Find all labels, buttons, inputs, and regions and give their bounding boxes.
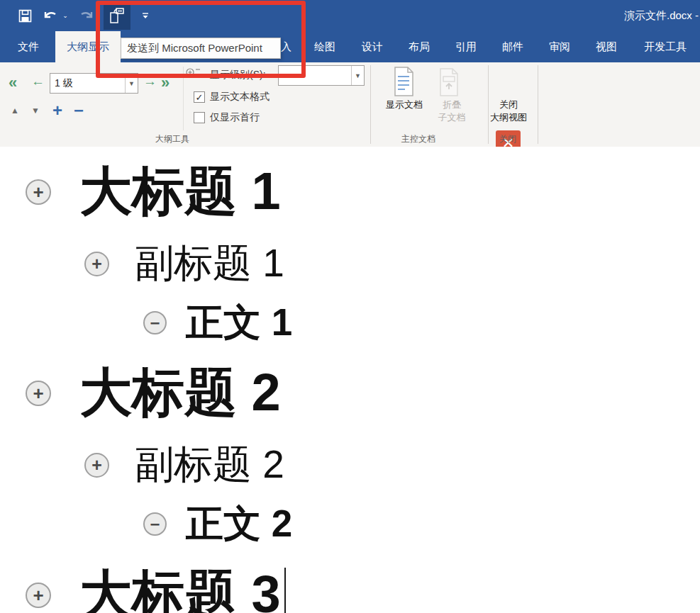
outline-text[interactable]: 大标题 2 — [79, 358, 281, 429]
master-document-group-label: 主控文档 — [401, 133, 435, 145]
document-outline-canvas[interactable]: +大标题 1+副标题 1−正文 1+大标题 2+副标题 2−正文 2+大标题 3 — [0, 147, 700, 613]
close-outline-label-line1: 关闭 — [499, 99, 518, 111]
redo-icon[interactable] — [77, 0, 96, 31]
undo-dropdown-icon[interactable]: ⌄ — [61, 0, 70, 31]
group-divider — [370, 65, 371, 144]
tab-引用[interactable]: 引用 — [455, 31, 477, 62]
outline-text[interactable]: 大标题 1 — [79, 157, 281, 227]
collapse-subdocuments-label-line1: 折叠 — [443, 99, 461, 111]
show-first-line-only-checkbox[interactable] — [194, 112, 205, 123]
outline-text[interactable]: 正文 2 — [186, 499, 292, 550]
tab-视图[interactable]: 视图 — [596, 31, 617, 62]
collapse-subdocuments-button[interactable] — [438, 68, 460, 99]
show-level-dropdown[interactable]: ▼ — [278, 65, 365, 86]
outline-item: −正文 2 — [143, 500, 292, 549]
outline-text[interactable]: 大标题 3 — [79, 560, 281, 613]
outline-text[interactable]: 副标题 1 — [135, 237, 284, 290]
tab-绘图[interactable]: 绘图 — [314, 31, 335, 62]
outline-item: +大标题 2 — [26, 359, 281, 427]
ribbon-tab-row: 文件大纲显示入绘图设计布局引用邮件审阅视图开发工具 — [0, 31, 700, 62]
outline-item: +副标题 2 — [84, 439, 284, 490]
tab-文件[interactable]: 文件 — [18, 31, 39, 62]
outline-level-value: 1 级 — [50, 77, 125, 90]
customize-quick-access-toolbar-icon[interactable] — [139, 0, 152, 31]
outline-item: +大标题 3 — [26, 561, 286, 613]
show-text-formatting-checkbox[interactable]: ✓ — [194, 91, 205, 103]
show-text-formatting-checkbox-row: ✓ 显示文本格式 — [194, 91, 270, 103]
word-window: ⌄ 演示文件.docx - 文件大纲显示入绘图设计布局引用邮件审阅视图开发工具 … — [0, 0, 700, 613]
demote-to-body-button[interactable]: » — [161, 74, 170, 92]
show-document-button[interactable] — [392, 67, 415, 99]
outline-level-dropdown[interactable]: 1 级 ▼ — [50, 73, 138, 94]
send-to-powerpoint-tooltip: 发送到 Microsoft PowerPoint — [121, 38, 281, 59]
move-up-button[interactable]: ▲ — [11, 106, 19, 116]
promote-to-heading1-button[interactable]: « — [9, 74, 17, 92]
window-title: 演示文件.docx - — [624, 0, 699, 31]
save-icon[interactable] — [16, 0, 33, 31]
tab-邮件[interactable]: 邮件 — [502, 31, 523, 62]
outline-text[interactable]: 正文 1 — [186, 298, 292, 349]
show-text-formatting-label: 显示文本格式 — [210, 91, 270, 103]
collapse-minus-icon[interactable]: − — [143, 311, 167, 334]
tab-设计[interactable]: 设计 — [362, 31, 383, 62]
collapse-minus-icon[interactable]: − — [143, 512, 167, 536]
undo-icon[interactable] — [41, 0, 61, 31]
title-bar: ⌄ 演示文件.docx - — [0, 0, 700, 31]
promote-button[interactable]: ← — [31, 74, 45, 89]
outline-text[interactable]: 副标题 2 — [135, 439, 284, 491]
ribbon: « ← 1 级 ▼ → » ▲ ▼ + − 显示级别(S): ▼ ✓ 显示文本格… — [0, 62, 700, 147]
send-to-powerpoint-icon — [109, 7, 126, 26]
tab-入[interactable]: 入 — [281, 31, 291, 62]
show-level-label: 显示级别(S): — [210, 69, 266, 81]
chevron-down-icon[interactable]: ▼ — [351, 66, 364, 85]
close-group-label: 关闭 — [499, 133, 516, 145]
tab-布局[interactable]: 布局 — [409, 31, 430, 62]
show-document-icon — [392, 67, 415, 96]
collapse-button[interactable]: − — [74, 102, 84, 119]
tab-审阅[interactable]: 审阅 — [549, 31, 570, 62]
outline-item: −正文 1 — [143, 298, 292, 347]
group-divider — [488, 65, 489, 144]
close-outline-label-line2: 大纲视图 — [490, 111, 527, 124]
send-to-powerpoint-button[interactable] — [104, 2, 130, 30]
tab-开发工具[interactable]: 开发工具 — [644, 31, 687, 62]
tab-大纲显示[interactable]: 大纲显示 — [55, 31, 121, 62]
show-level-icon — [186, 67, 201, 79]
chevron-down-icon[interactable]: ▼ — [125, 74, 138, 93]
subgroup-divider — [183, 67, 184, 130]
demote-button[interactable]: → — [143, 74, 157, 89]
expand-plus-icon[interactable]: + — [84, 252, 109, 276]
collapse-subdocuments-label-line2: 子文档 — [438, 111, 466, 124]
expand-plus-icon[interactable]: + — [26, 583, 51, 608]
group-divider — [538, 65, 538, 144]
show-first-line-only-checkbox-row: 仅显示首行 — [194, 111, 260, 124]
outline-tools-group-label: 大纲工具 — [155, 133, 189, 145]
expand-plus-icon[interactable]: + — [26, 381, 51, 406]
outline-item: +副标题 1 — [84, 238, 284, 289]
move-down-button[interactable]: ▼ — [31, 106, 40, 116]
expand-plus-icon[interactable]: + — [84, 453, 109, 478]
show-document-label: 显示文档 — [386, 99, 423, 111]
show-first-line-only-label: 仅显示首行 — [210, 111, 260, 124]
expand-plus-icon[interactable]: + — [26, 179, 51, 205]
collapse-subdocuments-icon — [438, 68, 460, 96]
outline-item: +大标题 1 — [26, 158, 281, 226]
tooltip-text: 发送到 Microsoft PowerPoint — [127, 42, 262, 55]
text-cursor — [284, 568, 286, 613]
expand-button[interactable]: + — [52, 102, 62, 119]
